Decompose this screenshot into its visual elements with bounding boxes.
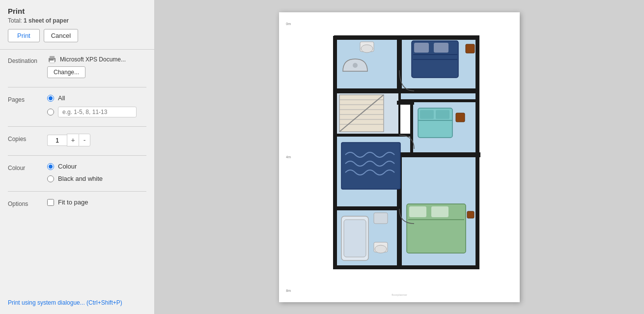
pages-label: Pages — [8, 94, 47, 103]
printer-icon — [47, 56, 57, 63]
pages-custom-input[interactable] — [58, 107, 137, 117]
colour-bw-option[interactable]: Black and white — [47, 175, 146, 182]
svg-rect-51 — [431, 206, 448, 217]
svg-point-22 — [361, 45, 373, 53]
destination-label: Destination — [8, 56, 47, 64]
copies-input[interactable] — [47, 135, 67, 146]
colour-content: Colour Black and white — [47, 163, 146, 182]
svg-rect-16 — [333, 36, 479, 40]
svg-rect-43 — [341, 143, 400, 189]
ruler-mark-0: 0m — [286, 22, 291, 26]
svg-rect-26 — [434, 43, 448, 53]
colour-bw-radio[interactable] — [47, 175, 54, 182]
floor-plan-svg — [296, 27, 503, 287]
printer-name: Microsoft XPS Docume... — [60, 56, 126, 63]
pages-all-option[interactable]: All — [47, 94, 146, 102]
copies-stepper: + - — [47, 134, 146, 146]
copies-field: Copies + - — [8, 134, 146, 146]
preview-area: 0m 4m 8m — [155, 0, 644, 314]
ruler-mark-4: 4m — [286, 155, 291, 159]
colour-colour-label: Colour — [58, 163, 77, 170]
ruler-mark-8: 8m — [286, 289, 291, 292]
pages-field: Pages All — [8, 94, 146, 117]
page-preview: 0m 4m 8m — [279, 12, 520, 302]
colour-radio-group: Colour Black and white — [47, 163, 146, 182]
svg-point-23 — [353, 63, 358, 68]
copies-content: + - — [47, 134, 146, 146]
svg-rect-50 — [409, 206, 426, 217]
cancel-button[interactable]: Cancel — [44, 29, 78, 42]
svg-rect-40 — [420, 110, 434, 119]
options-field: Options Fit to page — [8, 199, 146, 207]
pages-radio-group: All — [47, 94, 146, 117]
destination-content: Microsoft XPS Docume... Change... — [47, 56, 146, 78]
button-row: Print Cancel — [8, 29, 146, 42]
colour-label: Colour — [8, 163, 47, 171]
copies-label: Copies — [8, 134, 47, 143]
subtitle-text: Total: — [8, 17, 24, 24]
panel-header: Print Total: 1 sheet of paper Print Canc… — [0, 0, 154, 50]
destination-field: Destination Microsoft XPS Docume... Chan… — [8, 56, 146, 78]
copies-decrement-button[interactable]: - — [79, 134, 90, 146]
svg-rect-42 — [456, 113, 465, 122]
panel-title: Print — [8, 7, 146, 15]
fit-to-page-label: Fit to page — [58, 199, 88, 206]
svg-rect-15 — [333, 265, 479, 269]
pages-content: All — [47, 94, 146, 117]
colour-field: Colour Colour Black and white — [8, 163, 146, 182]
svg-rect-20 — [333, 206, 399, 210]
svg-rect-53 — [467, 211, 474, 218]
pages-custom-radio[interactable] — [47, 109, 54, 115]
fit-to-page-checkbox[interactable] — [47, 199, 54, 206]
svg-rect-19 — [397, 152, 480, 157]
options-content: Fit to page — [47, 199, 146, 206]
print-panel: Print Total: 1 sheet of paper Print Canc… — [0, 0, 155, 314]
colour-colour-option[interactable]: Colour — [47, 163, 146, 170]
svg-rect-17 — [397, 101, 414, 105]
svg-rect-3 — [54, 59, 55, 60]
destination-row: Microsoft XPS Docume... — [47, 56, 146, 63]
panel-body: Destination Microsoft XPS Docume... Chan… — [0, 50, 154, 297]
system-dialogue-link[interactable]: Print using system dialogue... (Ctrl+Shi… — [0, 299, 154, 314]
svg-rect-1 — [50, 56, 55, 58]
pages-all-label: All — [58, 94, 65, 102]
colour-bw-label: Black and white — [58, 175, 103, 182]
svg-rect-41 — [436, 110, 449, 119]
panel-subtitle: Total: 1 sheet of paper — [8, 17, 146, 24]
svg-rect-48 — [374, 213, 388, 224]
fit-to-page-option[interactable]: Fit to page — [47, 199, 146, 206]
svg-point-47 — [375, 245, 387, 253]
colour-colour-radio[interactable] — [47, 163, 54, 170]
subtitle-bold: 1 sheet of paper — [24, 17, 69, 24]
ruler-left: 0m 4m 8m — [283, 22, 291, 292]
pages-all-radio[interactable] — [47, 95, 54, 102]
divider-3 — [8, 155, 146, 156]
divider-1 — [8, 87, 146, 87]
divider-2 — [8, 126, 146, 127]
copies-increment-button[interactable]: + — [67, 134, 79, 146]
watermark: floorplanner — [392, 293, 407, 296]
change-button[interactable]: Change... — [47, 66, 85, 78]
pages-custom-option[interactable] — [47, 107, 146, 117]
svg-rect-14 — [333, 37, 337, 268]
svg-rect-25 — [414, 43, 429, 53]
print-button[interactable]: Print — [8, 29, 40, 42]
svg-rect-2 — [50, 60, 55, 63]
options-label: Options — [8, 199, 47, 207]
divider-4 — [8, 191, 146, 192]
svg-rect-29 — [466, 44, 475, 53]
svg-rect-45 — [344, 220, 366, 257]
